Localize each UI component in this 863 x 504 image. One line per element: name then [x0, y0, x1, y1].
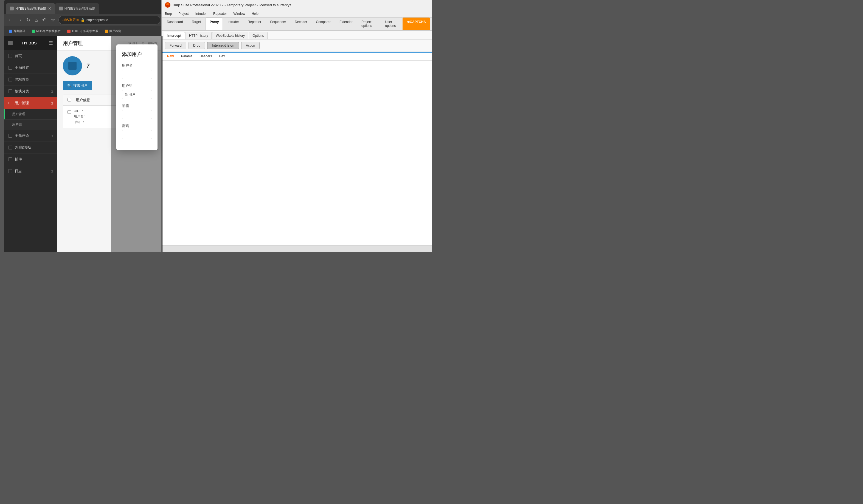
tab-repeater[interactable]: Repeater — [244, 17, 265, 30]
tab-intruder[interactable]: Intruder — [223, 17, 243, 30]
sidebar-check-home — [8, 54, 12, 58]
sidebar-label-users: 用户管理 — [14, 101, 29, 106]
sidebar-item-logs[interactable]: 日志 ◻ — [4, 165, 57, 177]
bookmark-md5[interactable]: MD5免费在线解密 — [30, 28, 63, 34]
tab-proxy[interactable]: Proxy — [205, 17, 223, 30]
svg-rect-2 — [167, 5, 168, 7]
sidebar-item-home[interactable]: 首页 — [4, 50, 57, 62]
action-label: Action — [246, 43, 255, 48]
forward-button[interactable]: → — [16, 16, 23, 24]
sidebar-item-topics[interactable]: 主题评论 ◻ — [4, 130, 57, 142]
menu-burp[interactable]: Burp — [164, 11, 173, 16]
form-group-username: 用户名 — [122, 63, 152, 79]
forward-label: Forward — [170, 43, 182, 48]
browser-tab-2[interactable]: HYBBS后台管理系统 — [55, 3, 99, 14]
usergroup-label: 用户组 — [122, 83, 152, 88]
request-content-area[interactable] — [162, 61, 432, 245]
tab-websockets-history[interactable]: WebSockets history — [212, 32, 248, 39]
cms-main-content: 用户管理 返回上一页 刷新本 7 🔍 搜 — [57, 36, 163, 252]
tab-user-options[interactable]: User options — [381, 17, 402, 30]
logs-expand-icon: ◻ — [50, 169, 53, 173]
row-checkbox[interactable] — [67, 110, 71, 114]
menu-repeater[interactable]: Repeater — [212, 11, 228, 16]
sidebar-check-category — [8, 89, 12, 93]
sidebar-item-users[interactable]: ☐ 用户管理 ◻ — [4, 98, 57, 109]
reload-button[interactable]: ↻ — [25, 16, 32, 24]
tab-sequencer[interactable]: Sequencer — [266, 17, 290, 30]
request-tab-params[interactable]: Params — [178, 53, 196, 60]
tab-favicon-1 — [10, 7, 14, 10]
browser-tab-1[interactable]: HYBBS后台管理系统 ✕ — [6, 3, 55, 14]
select-all-checkbox[interactable] — [67, 98, 71, 102]
tab-http-history[interactable]: HTTP history — [186, 32, 212, 39]
tab-favicon-2 — [59, 7, 63, 10]
usergroup-input[interactable] — [122, 90, 152, 99]
user-uid: UID: 7 — [74, 109, 85, 113]
home-button[interactable]: ⌂ — [34, 16, 39, 24]
tab-decoder[interactable]: Decoder — [291, 17, 311, 30]
table-check-all[interactable] — [67, 98, 73, 103]
sidebar-item-templates[interactable]: 外观&模板 — [4, 142, 57, 154]
sidebar-logo-icon — [8, 41, 13, 45]
topics-expand-icon: ◻ — [50, 134, 53, 138]
action-button[interactable]: Action — [241, 42, 260, 49]
forward-button[interactable]: Forward — [165, 42, 186, 49]
request-tab-hex[interactable]: Hex — [216, 53, 228, 60]
bookmark-translate[interactable]: 百度翻译 — [7, 28, 27, 34]
sidebar-label-logs: 日志 — [15, 169, 22, 173]
bookmark-translate-label: 百度翻译 — [13, 29, 25, 33]
tab-label-1: HYBBS后台管理系统 — [15, 6, 46, 11]
form-group-email: 邮箱 — [122, 103, 152, 119]
address-bar[interactable]: 域名重定向 🔒 http://phptest.c — [59, 16, 160, 24]
sidebar-item-global[interactable]: 全局设置 — [4, 62, 57, 74]
sidebar-item-category[interactable]: 板块分类 ◻ — [4, 86, 57, 98]
sidebar-check-plugins — [8, 157, 12, 161]
tab-options[interactable]: Options — [249, 32, 267, 39]
request-tab-headers[interactable]: Headers — [196, 53, 215, 60]
intercept-toggle-button[interactable]: Intercept is on — [207, 42, 239, 49]
redirect-label: 域名重定向 — [63, 17, 79, 22]
menu-project[interactable]: Project — [177, 11, 190, 16]
search-users-button[interactable]: 🔍 搜索用户 — [63, 81, 92, 90]
drop-button[interactable]: Drop — [188, 42, 205, 49]
tab-project-options[interactable]: Project options — [357, 17, 380, 30]
sidebar-check-homepage — [8, 78, 12, 81]
bookmark-button[interactable]: ☆ — [50, 16, 56, 24]
bookmark-tools[interactable]: T00LS | 低调求发展 — [65, 28, 100, 34]
bookmark-zombie[interactable]: 僵尸检测 — [103, 28, 124, 34]
modal-title: 添加用户 — [122, 51, 152, 57]
browser-toolbar: ← → ↻ ⌂ ↶ ☆ 域名重定向 🔒 http://phptest.c — [4, 14, 163, 26]
tab-close-1[interactable]: ✕ — [48, 6, 51, 11]
tab-intercept[interactable]: Intercept — [164, 32, 185, 39]
user-info-section: UID: 7 用户名: 邮箱: 7 — [74, 109, 85, 125]
tab-target[interactable]: Target — [188, 17, 205, 30]
sidebar-sub-item-user-mgmt[interactable]: 用户管理 — [4, 109, 57, 119]
tab-comparer[interactable]: Comparer — [312, 17, 335, 30]
tab-extender[interactable]: Extender — [335, 17, 357, 30]
tool-icon — [67, 30, 71, 33]
menu-window[interactable]: Window — [232, 11, 246, 16]
history-back-button[interactable]: ↶ — [41, 16, 48, 24]
user-email: 邮箱: 7 — [74, 120, 85, 125]
request-tab-raw[interactable]: Raw — [164, 53, 177, 60]
password-input[interactable] — [122, 130, 152, 139]
bookmark-zombie-label: 僵尸检测 — [109, 29, 121, 33]
burp-logo-icon — [165, 2, 171, 8]
tab-dashboard[interactable]: Dashboard — [163, 17, 187, 30]
menu-help[interactable]: Help — [251, 11, 260, 16]
sidebar-item-homepage[interactable]: 网站首页 — [4, 74, 57, 86]
back-button[interactable]: ← — [7, 16, 14, 24]
bookmark-md5-label: MD5免费在线解密 — [36, 29, 61, 33]
tab-recaptcha[interactable]: reCAPTCHA — [402, 17, 430, 30]
user-avatar — [63, 56, 82, 75]
email-input[interactable] — [122, 110, 152, 119]
cms-sidebar: ☐ HY BBS ☰ 首页 全局设置 网站首页 板块分类 ◻ — [4, 36, 57, 252]
category-expand-icon: ◻ — [50, 90, 53, 93]
sidebar-menu-icon[interactable]: ☰ — [49, 40, 53, 46]
username-label: 用户名 — [122, 63, 152, 68]
user-username: 用户名: — [74, 114, 85, 119]
sidebar-item-plugins[interactable]: 插件 — [4, 154, 57, 165]
sidebar-sub-item-user-group[interactable]: 用户组 — [4, 119, 57, 130]
sidebar-label-category: 板块分类 — [15, 89, 29, 94]
menu-intruder[interactable]: Intruder — [194, 11, 208, 16]
